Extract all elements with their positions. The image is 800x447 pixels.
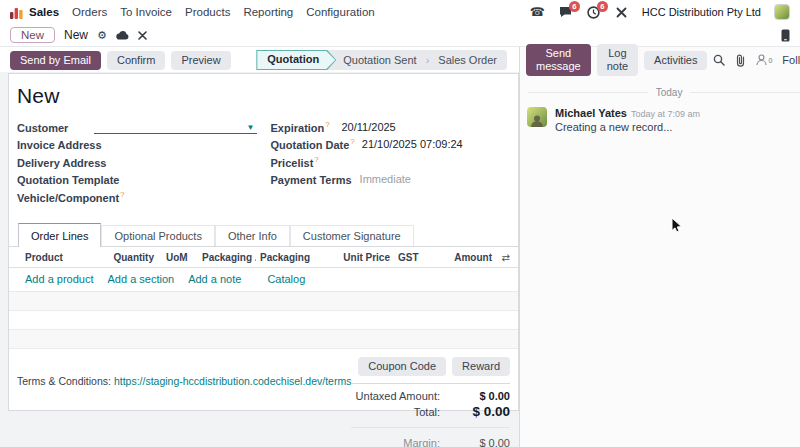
menu-orders[interactable]: Orders <box>72 6 107 18</box>
author-avatar[interactable] <box>527 107 547 127</box>
date-divider-label: Today <box>656 87 683 98</box>
tab-customer-signature[interactable]: Customer Signature <box>290 225 414 246</box>
coupon-code-button[interactable]: Coupon Code <box>358 357 446 376</box>
mobile-view-icon[interactable] <box>781 29 790 42</box>
totals-table: Untaxed Amount: $ 0.00 Total: $ 0.00 Mar… <box>351 383 510 447</box>
invoice-address-label: Invoice Address <box>17 137 103 151</box>
totals-section: Coupon Code Reward Untaxed Amount: $ 0.0… <box>351 357 510 447</box>
person-icon <box>756 54 767 66</box>
systray: ☎ 6 6 HCC Distribution Pty Ltd <box>530 4 790 20</box>
stage-group: Quotation Sent › Sales Order <box>327 50 507 70</box>
customer-input[interactable]: ▼ <box>94 119 257 134</box>
menu-products[interactable]: Products <box>185 6 230 18</box>
record-title: New <box>17 84 510 108</box>
mouse-cursor <box>671 217 684 234</box>
promo-buttons: Coupon Code Reward <box>351 357 510 383</box>
tab-order-lines[interactable]: Order Lines <box>18 223 101 247</box>
stage-quotation-sent[interactable]: Quotation Sent <box>343 54 416 66</box>
activities-clock-icon[interactable]: 6 <box>586 5 601 20</box>
x-icon <box>138 31 147 40</box>
app-name[interactable]: Sales <box>29 6 59 18</box>
field-quotation-template: Quotation Template <box>17 171 257 189</box>
terms-link[interactable]: https://staging-hccdistribution.codechis… <box>114 375 352 387</box>
send-message-button[interactable]: Send message <box>526 44 591 76</box>
tab-other-info[interactable]: Other Info <box>215 225 290 246</box>
tab-optional-products[interactable]: Optional Products <box>101 225 214 246</box>
catalog-link[interactable]: Catalog <box>267 273 305 285</box>
stage-sales-order[interactable]: Sales Order <box>438 54 497 66</box>
payment-terms-value[interactable]: Immediate <box>360 173 411 185</box>
add-section-link[interactable]: Add a section <box>108 273 175 285</box>
shortcuts-icon[interactable] <box>614 5 629 20</box>
activities-badge: 6 <box>597 1 608 12</box>
paperclip-icon <box>735 54 746 67</box>
statusbar: Quotation Quotation Sent › Sales Order <box>256 50 507 70</box>
menu-to-invoice[interactable]: To Invoice <box>120 6 172 18</box>
tab-bar: Order Lines Optional Products Other Info… <box>9 223 518 247</box>
activities-button[interactable]: Activities <box>644 51 707 70</box>
optional-columns-icon[interactable]: ⇄ <box>492 252 510 263</box>
follow-button[interactable]: Follow <box>782 54 800 66</box>
send-by-email-button[interactable]: Send by Email <box>10 51 101 70</box>
header-amount[interactable]: Amount <box>430 252 492 263</box>
date-divider: Today <box>528 87 800 98</box>
add-product-link[interactable]: Add a product <box>25 273 94 285</box>
top-navbar: Sales Orders To Invoice Products Reporti… <box>0 0 800 24</box>
fields-left-column: Customer ▼ Invoice Address Delivery Addr… <box>17 118 257 206</box>
header-gst[interactable]: GST <box>390 252 430 263</box>
header-packaging[interactable]: Packaging <box>256 252 334 263</box>
messages-icon[interactable]: 6 <box>558 5 573 20</box>
preview-button[interactable]: Preview <box>171 51 230 70</box>
field-quotation-date: Quotation Date? 21/10/2025 07:09:24 <box>271 136 511 154</box>
new-record-button[interactable]: New <box>10 27 55 43</box>
untaxed-amount-value: $ 0.00 <box>452 390 510 402</box>
field-invoice-address: Invoice Address <box>17 136 257 154</box>
confirm-button[interactable]: Confirm <box>107 51 166 70</box>
divider-line <box>528 92 648 93</box>
messages-badge: 6 <box>569 1 580 12</box>
untaxed-amount-row: Untaxed Amount: $ 0.00 <box>351 389 510 403</box>
empty-line-row <box>9 330 518 349</box>
follower-count: 0 <box>768 57 772 64</box>
phone-icon[interactable]: ☎ <box>530 5 545 20</box>
reward-button[interactable]: Reward <box>452 357 510 376</box>
attachments-icon[interactable] <box>735 54 746 67</box>
add-note-link[interactable]: Add a note <box>188 273 241 285</box>
chatter-action-bar: Send message Log note Activities <box>520 47 800 72</box>
gear-icon[interactable]: ⚙ <box>97 29 107 42</box>
company-name[interactable]: HCC Distribution Pty Ltd <box>642 6 761 18</box>
header-quantity[interactable]: Quantity <box>104 252 154 263</box>
menu-configuration[interactable]: Configuration <box>306 6 374 18</box>
search-messages-icon[interactable] <box>713 54 725 66</box>
user-avatar[interactable] <box>774 4 790 20</box>
header-product[interactable]: Product <box>25 252 104 263</box>
order-line-actions: Add a product Add a section Add a note C… <box>9 268 518 292</box>
app-switcher[interactable]: Sales <box>10 5 59 19</box>
expiration-value[interactable]: 20/11/2025 <box>342 121 396 133</box>
stage-quotation[interactable]: Quotation <box>256 50 336 70</box>
expiration-label: Expiration? <box>271 120 335 134</box>
fields-right-column: Expiration? 20/11/2025 Quotation Date? 2… <box>271 118 511 206</box>
cross-arrows-icon <box>616 7 627 18</box>
field-vehicle-component: Vehicle/Component? <box>17 188 257 206</box>
header-unit-price[interactable]: Unit Price <box>334 252 390 263</box>
field-delivery-address: Delivery Address <box>17 153 257 171</box>
header-uom[interactable]: UoM <box>154 252 198 263</box>
total-label: Total: <box>414 406 440 418</box>
quotation-date-value[interactable]: 21/10/2025 07:09:24 <box>362 138 463 150</box>
header-packaging-qty[interactable]: Packaging ... <box>198 252 256 263</box>
field-pricelist: Pricelist? <box>271 153 511 171</box>
followers-icon[interactable]: 0 <box>756 54 772 66</box>
discard-icon[interactable] <box>138 31 147 40</box>
field-sup: ? <box>350 137 354 146</box>
form-action-bar: Send by Email Confirm Preview Quotation … <box>0 47 519 72</box>
field-payment-terms: Payment Terms Immediate <box>271 171 511 189</box>
message-content: Michael YatesToday at 7:09 am Creating a… <box>555 107 700 133</box>
customer-label: Customer <box>17 120 87 134</box>
terms-label: Terms & Conditions: <box>17 375 111 387</box>
menu-reporting[interactable]: Reporting <box>243 6 293 18</box>
log-note-button[interactable]: Log note <box>597 44 638 76</box>
message-author[interactable]: Michael Yates <box>555 107 627 119</box>
terms-and-conditions: Terms & Conditions: https://staging-hccd… <box>17 375 351 447</box>
save-cloud-icon[interactable] <box>116 30 129 40</box>
